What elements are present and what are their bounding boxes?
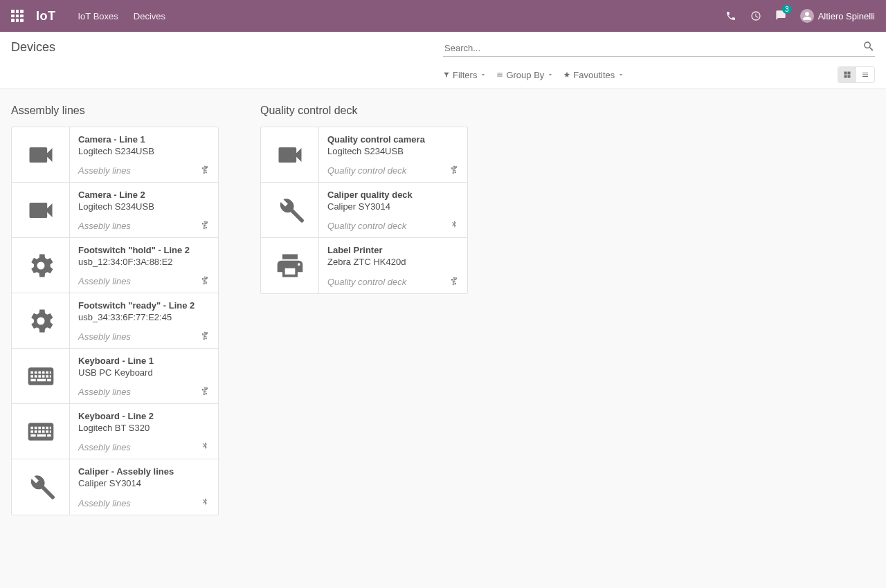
camera-icon	[12, 183, 70, 237]
device-title: Footswitch "ready" - Line 2	[78, 300, 210, 311]
card-body: Keyboard - Line 2Logitech BT S320Assebly…	[70, 404, 218, 459]
card-body: Keyboard - Line 1USB PC KeyboardAssebly …	[70, 349, 218, 403]
nav-link-iot-boxes[interactable]: IoT Boxes	[78, 11, 118, 21]
usb-icon	[200, 386, 210, 398]
card-body: Label PrinterZebra ZTC HK420dQuality con…	[319, 238, 467, 293]
device-card[interactable]: Caliper quality deckCaliper SY3014Qualit…	[261, 183, 467, 238]
page-title: Devices	[11, 40, 55, 55]
card-list: Camera - Line 1Logitech S234USBAssebly l…	[11, 127, 219, 515]
card-list: Quality control cameraLogitech S234USBQu…	[260, 127, 468, 294]
device-location: Assebly lines	[78, 165, 131, 176]
usb-icon	[200, 220, 210, 232]
device-title: Caliper quality deck	[327, 190, 459, 200]
device-subtitle: Caliper SY3014	[78, 478, 210, 488]
device-subtitle: usb_34:33:6F:77:E2:45	[78, 312, 210, 322]
kanban-board: Assembly linesCamera - Line 1Logitech S2…	[0, 89, 886, 531]
kanban-view-button[interactable]	[838, 67, 856, 82]
card-body: Quality control cameraLogitech S234USBQu…	[319, 127, 467, 182]
apps-icon[interactable]	[11, 10, 24, 22]
device-card[interactable]: Keyboard - Line 1USB PC KeyboardAssebly …	[12, 349, 218, 404]
device-card[interactable]: Caliper - Assebly linesCaliper SY3014Ass…	[12, 459, 218, 515]
top-navbar: IoT IoT Boxes Decives 3 Altiero Spinelli	[0, 0, 886, 32]
device-title: Camera - Line 2	[78, 190, 210, 200]
filters-dropdown[interactable]: Filters	[443, 70, 487, 80]
control-panel: Devices Filters Group By Fa	[0, 32, 886, 89]
device-card[interactable]: Keyboard - Line 2Logitech BT S320Assebly…	[12, 404, 218, 459]
list-icon	[496, 71, 503, 78]
device-card[interactable]: Camera - Line 2Logitech S234USBAssebly l…	[12, 183, 218, 238]
gear-icon	[12, 293, 70, 348]
card-body: Camera - Line 1Logitech S234USBAssebly l…	[70, 127, 218, 182]
card-body: Footswitch "hold" - Line 2usb_12:34:0F:3…	[70, 238, 218, 293]
gear-icon	[12, 238, 70, 293]
kanban-column: Quality control deckQuality control came…	[260, 104, 468, 294]
bluetooth-icon	[200, 441, 210, 453]
device-subtitle: Logitech S234USB	[327, 146, 459, 156]
notification-badge: 3	[782, 5, 792, 14]
bluetooth-icon	[200, 497, 210, 509]
wrench-icon	[12, 459, 70, 515]
device-card[interactable]: Label PrinterZebra ZTC HK420dQuality con…	[261, 238, 467, 293]
favorites-dropdown[interactable]: Favoutites	[563, 70, 624, 80]
clock-icon[interactable]	[750, 10, 761, 21]
funnel-icon	[443, 71, 450, 78]
view-switcher	[838, 66, 875, 83]
device-card[interactable]: Footswitch "ready" - Line 2usb_34:33:6F:…	[12, 293, 218, 349]
device-title: Caliper - Assebly lines	[78, 466, 210, 477]
phone-icon[interactable]	[725, 10, 736, 21]
caret-down-icon	[617, 71, 624, 78]
usb-icon	[449, 165, 459, 176]
keyboard-icon	[12, 349, 70, 403]
usb-icon	[449, 276, 459, 288]
card-body: Footswitch "ready" - Line 2usb_34:33:6F:…	[70, 293, 218, 348]
list-view-button[interactable]	[856, 67, 874, 82]
camera-icon	[12, 127, 70, 182]
device-title: Quality control camera	[327, 134, 459, 145]
filters-label: Filters	[453, 70, 477, 80]
caret-down-icon	[480, 71, 487, 78]
wrench-icon	[261, 183, 319, 237]
device-location: Assebly lines	[78, 442, 131, 452]
conversations-button[interactable]: 3	[775, 10, 786, 23]
card-body: Camera - Line 2Logitech S234USBAssebly l…	[70, 183, 218, 237]
card-body: Caliper quality deckCaliper SY3014Qualit…	[319, 183, 467, 237]
column-title: Quality control deck	[260, 104, 468, 117]
card-body: Caliper - Assebly linesCaliper SY3014Ass…	[70, 459, 218, 515]
device-location: Assebly lines	[78, 331, 131, 342]
device-subtitle: Zebra ZTC HK420d	[327, 257, 459, 267]
device-location: Assebly lines	[78, 498, 131, 508]
grid-icon	[843, 71, 851, 79]
printer-icon	[261, 238, 319, 293]
device-subtitle: Logitech BT S320	[78, 423, 210, 433]
groupby-label: Group By	[506, 70, 544, 80]
favorites-label: Favoutites	[573, 70, 615, 80]
device-card[interactable]: Camera - Line 1Logitech S234USBAssebly l…	[12, 127, 218, 183]
device-title: Keyboard - Line 2	[78, 411, 210, 421]
device-subtitle: Logitech S234USB	[78, 201, 210, 212]
search-input[interactable]	[443, 40, 875, 57]
star-icon	[563, 71, 570, 78]
device-subtitle: Caliper SY3014	[327, 201, 459, 212]
search-icon[interactable]	[862, 40, 875, 53]
device-title: Keyboard - Line 1	[78, 356, 210, 366]
device-location: Quality control deck	[327, 165, 406, 176]
device-title: Label Printer	[327, 245, 459, 255]
camera-icon	[261, 127, 319, 182]
keyboard-icon	[12, 404, 70, 459]
device-location: Quality control deck	[327, 221, 406, 231]
user-menu[interactable]: Altiero Spinelli	[800, 9, 875, 23]
groupby-dropdown[interactable]: Group By	[496, 70, 554, 80]
device-card[interactable]: Footswitch "hold" - Line 2usb_12:34:0F:3…	[12, 238, 218, 293]
usb-icon	[200, 165, 210, 176]
nav-link-devices[interactable]: Decives	[134, 11, 165, 21]
usb-icon	[200, 275, 210, 287]
avatar	[800, 9, 814, 23]
device-location: Assebly lines	[78, 221, 131, 231]
device-subtitle: USB PC Keyboard	[78, 367, 210, 378]
column-title: Assembly lines	[11, 104, 219, 117]
list-lines-icon	[861, 71, 869, 79]
device-location: Assebly lines	[78, 387, 131, 397]
device-location: Assebly lines	[78, 276, 131, 286]
brand-title: IoT	[36, 9, 56, 24]
device-card[interactable]: Quality control cameraLogitech S234USBQu…	[261, 127, 467, 183]
